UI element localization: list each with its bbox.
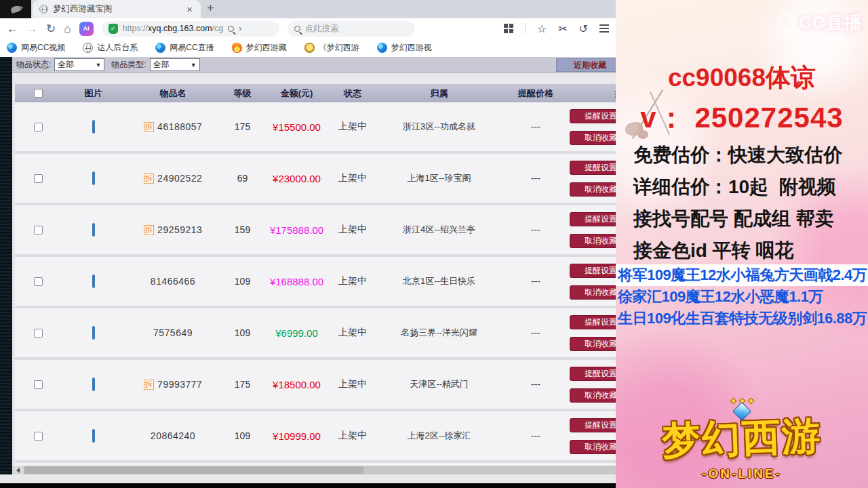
search-placeholder: 点此搜索 — [305, 23, 339, 35]
stream-overlay-panel: CC直播 cc90068体谅 v： 250272543 免费估价：快速大致估价 … — [616, 0, 868, 488]
new-tab-button[interactable]: + — [207, 1, 214, 16]
item-id[interactable]: 24902522 — [157, 173, 202, 184]
zoom-search-icon[interactable] — [228, 26, 234, 32]
item-level: 69 — [220, 173, 264, 184]
table-row: 拆 24902522 69 ¥23000.00 上架中 上海1区--珍宝阁 --… — [15, 154, 616, 205]
screenshot-scissors-icon[interactable]: ✂ — [558, 22, 567, 35]
ai-assistant-icon[interactable]: AI — [79, 22, 94, 36]
table-row: 20864240 109 ¥10999.00 上架中 上海2区--徐家汇 ---… — [15, 411, 616, 463]
item-avatar[interactable] — [92, 223, 95, 237]
unfavorite-button[interactable]: 取消收藏 — [570, 285, 616, 300]
table-header-row: 图片 物品名 等级 金额(元) 状态 归属 提醒价格 操作 — [15, 84, 616, 102]
unfavorite-button[interactable]: 取消收藏 — [570, 182, 616, 197]
item-name-cell: 20864240 — [125, 430, 220, 441]
browser-logo[interactable] — [0, 0, 31, 18]
actions-cell: 提醒设置 取消收藏 — [570, 109, 616, 145]
item-image-cell — [61, 379, 125, 390]
back-icon[interactable]: ← — [7, 23, 18, 35]
item-avatar[interactable] — [92, 120, 95, 134]
item-price: ¥6999.00 — [264, 327, 329, 339]
filter-type: 物品类型: 全部▼ — [111, 58, 199, 71]
filter-status-select[interactable]: 全部▼ — [54, 58, 104, 71]
bookmark-item[interactable]: 梦幻西游藏 — [232, 42, 287, 54]
bookmark-item[interactable]: 梦幻西游视 — [377, 42, 432, 54]
reload-icon[interactable]: ↻ — [46, 23, 56, 35]
item-name-cell: 81466466 — [125, 276, 220, 287]
scrollbar-thumb[interactable] — [24, 466, 363, 474]
item-level: 109 — [220, 276, 264, 287]
recent-favorites-button[interactable]: 近期收藏 — [556, 58, 616, 72]
filter-status: 物品状态: 全部▼ — [16, 58, 104, 71]
filter-type-select[interactable]: 全部▼ — [150, 58, 200, 71]
remind-setting-button[interactable]: 提醒设置 — [570, 315, 616, 329]
unfavorite-button[interactable]: 取消收藏 — [570, 388, 616, 403]
remind-setting-button[interactable]: 提醒设置 — [570, 109, 616, 123]
item-id[interactable]: 20864240 — [151, 430, 195, 441]
cc-swirl-icon — [774, 10, 799, 35]
unfavorite-button[interactable]: 取消收藏 — [570, 440, 616, 454]
select-all-cell — [15, 89, 61, 98]
apps-grid-icon[interactable] — [504, 24, 513, 33]
item-id[interactable]: 79993777 — [157, 379, 202, 390]
bookmark-item[interactable]: 《梦幻西游 — [304, 42, 359, 54]
remind-setting-button[interactable]: 提醒设置 — [570, 367, 616, 381]
address-bar[interactable]: ✓ https://xyq.cbg.163.com/cg › — [102, 21, 279, 37]
actions-cell: 提醒设置 取消收藏 — [570, 161, 616, 197]
select-all-checkbox[interactable] — [34, 89, 43, 98]
active-tab[interactable]: 梦幻西游藏宝阁 × — [33, 0, 201, 18]
item-id[interactable]: 81466466 — [151, 276, 195, 287]
remind-setting-button[interactable]: 提醒设置 — [570, 264, 616, 278]
remind-price: --- — [502, 276, 570, 287]
row-checkbox[interactable] — [34, 329, 43, 338]
row-checkbox[interactable] — [34, 123, 43, 131]
bookmark-item[interactable]: 网易CC直播 — [155, 42, 214, 54]
flame-icon — [232, 43, 242, 53]
item-id[interactable]: 29259213 — [157, 224, 202, 235]
forward-icon[interactable]: → — [26, 23, 38, 35]
row-checkbox[interactable] — [34, 277, 43, 286]
game-logo-online: -ON-LINE- — [616, 466, 868, 481]
bookmark-item[interactable]: 达人后台系 — [83, 42, 138, 54]
unfavorite-button[interactable]: 取消收藏 — [570, 131, 616, 145]
home-icon[interactable]: ⌂ — [64, 23, 71, 35]
scroll-left-arrow-icon[interactable] — [12, 466, 24, 474]
unfavorite-button[interactable]: 取消收藏 — [570, 337, 616, 351]
bottom-black-bar — [0, 483, 616, 488]
horizontal-scrollbar[interactable] — [12, 466, 616, 474]
item-price: ¥10999.00 — [264, 430, 329, 442]
row-checkbox[interactable] — [34, 380, 43, 389]
favorites-star-icon[interactable]: ☆ — [537, 22, 547, 35]
unfavorite-button[interactable]: 取消收藏 — [570, 234, 616, 248]
menu-hamburger-icon[interactable] — [599, 24, 609, 33]
row-checkbox[interactable] — [34, 432, 43, 441]
item-owner: 浙江3区--功成名就 — [376, 121, 502, 133]
screen: 梦幻西游藏宝阁 × + ← → ↻ ⌂ AI ✓ https://xyq.cbg… — [0, 0, 868, 488]
bookmark-item[interactable]: 网易CC视频 — [7, 42, 65, 54]
item-avatar[interactable] — [92, 326, 95, 340]
item-avatar[interactable] — [92, 378, 95, 391]
item-id[interactable]: 7575649 — [153, 327, 193, 338]
search-box[interactable]: 点此搜索 — [288, 21, 415, 37]
remind-setting-button[interactable]: 提醒设置 — [570, 161, 616, 175]
demolish-tag-badge: 拆 — [144, 380, 155, 390]
item-avatar[interactable] — [92, 274, 95, 288]
table-row: 81466466 109 ¥168888.00 上架中 北京1区--生日快乐 -… — [15, 257, 616, 308]
row-checkbox[interactable] — [34, 174, 43, 183]
item-level: 159 — [220, 224, 264, 235]
item-status: 上架中 — [329, 224, 376, 236]
item-name-cell: 7575649 — [125, 327, 220, 338]
expand-chevron-icon[interactable]: › — [239, 24, 241, 33]
remind-setting-button[interactable]: 提醒设置 — [570, 212, 616, 226]
row-checkbox-cell — [15, 226, 61, 235]
row-checkbox[interactable] — [34, 226, 43, 235]
row-checkbox-cell — [15, 432, 61, 441]
history-undo-icon[interactable]: ↺ — [579, 22, 588, 35]
item-avatar[interactable] — [92, 429, 95, 443]
filter-bar: 物品状态: 全部▼ 物品类型: 全部▼ 近期收藏 — [12, 57, 616, 73]
item-id[interactable]: 46188057 — [157, 121, 202, 132]
remind-setting-button[interactable]: 提醒设置 — [570, 418, 616, 432]
item-avatar[interactable] — [92, 171, 95, 185]
tab-close-icon[interactable]: × — [185, 3, 194, 15]
table-row: 拆 46188057 175 ¥15500.00 上架中 浙江3区--功成名就 … — [15, 102, 616, 154]
security-shield-icon[interactable]: ✓ — [108, 24, 118, 34]
